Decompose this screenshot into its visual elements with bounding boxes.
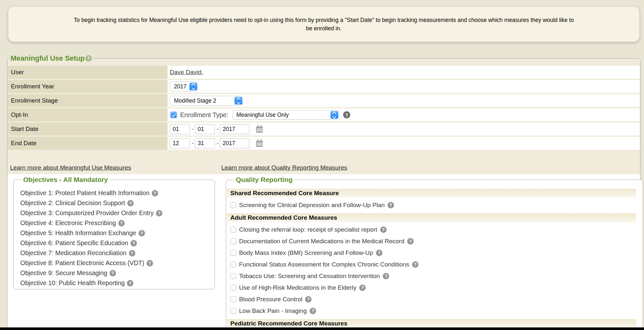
help-icon[interactable]: ? [147,260,153,266]
quality-measure-row: Functional Status Assessment for Complex… [230,260,636,269]
setup-legend-text: Meaningful Use Setup [11,54,85,63]
enrollment-stage-select[interactable]: Modified Stage 2 [170,96,243,105]
select-stepper-icon [235,97,242,105]
objective-item: Objective 7: Medication Reconciliation? [20,248,215,258]
quality-measure-row: Documentation of Current Medications in … [230,237,636,245]
date-separator: - [217,140,219,146]
opt-in-label: Opt-In [8,108,168,121]
objectives-legend: Objectives - All Mandatory [21,176,110,184]
measure-checkbox[interactable] [230,202,236,208]
quality-measure-row: Tobacco Use: Screening and Cessation Int… [230,272,636,280]
help-icon[interactable]: ? [310,308,316,314]
help-icon[interactable]: ? [127,200,134,206]
date-separator: - [192,126,194,132]
measure-checkbox[interactable] [230,296,236,302]
help-icon[interactable]: ? [129,250,135,256]
instruction-notice: To begin tracking statistics for Meaning… [8,6,639,42]
start-month-input[interactable] [170,124,190,134]
objective-item: Objective 5: Health Information Exchange… [20,228,215,238]
help-icon[interactable]: ? [118,220,125,226]
measure-checkbox[interactable] [230,308,236,314]
learn-more-qr-link[interactable]: Learn more about Quality Reporting Measu… [221,164,347,171]
opt-in-cell: Enrollment Type: Meaningful Use Only ? [168,108,640,121]
table-row-enrollment-stage: Enrollment Stage Modified Stage 2 [8,94,640,107]
calendar-icon[interactable] [255,139,264,148]
instruction-text: To begin tracking statistics for Meaning… [72,16,575,33]
opt-in-checkbox[interactable] [171,112,177,118]
end-date-cell: - - [168,137,640,150]
measure-checkbox[interactable] [230,250,236,256]
objective-item: Objective 1: Protect Patient Health Info… [20,188,215,198]
help-icon[interactable]: ? [388,202,394,208]
help-icon[interactable]: ? [139,230,145,236]
end-year-input[interactable] [220,138,249,148]
learn-more-mu-link[interactable]: Learn more about Meaningful Use Measures [10,164,131,171]
table-row-end-date: End Date - - [8,137,640,150]
enrollment-stage-label: Enrollment Stage [8,94,168,107]
enrollment-stage-cell: Modified Stage 2 [168,94,640,107]
user-label: User [8,66,168,79]
date-separator: - [217,126,219,132]
help-icon[interactable]: ? [130,240,137,246]
end-date-label: End Date [8,137,168,150]
calendar-icon[interactable] [255,125,264,134]
start-day-input[interactable] [195,124,215,134]
enrollment-type-label: Enrollment Type: [180,111,228,119]
help-icon[interactable]: ? [152,190,158,196]
start-date-label: Start Date [8,123,168,135]
meaningful-use-setup-fieldset: Meaningful Use Setup? User Dave David, E… [7,54,640,330]
objective-item: Objective 8: Patient Electronic Access (… [20,258,215,268]
start-year-input[interactable] [220,124,249,134]
help-icon[interactable]: ? [383,273,389,279]
enrollment-type-selected: Meaningful Use Only [233,112,298,118]
window-bottom-edge [0,327,644,330]
help-icon[interactable]: ? [359,285,366,291]
measure-checkbox[interactable] [230,238,236,244]
objective-item: Objective 2: Clinical Decision Support? [20,198,215,208]
quality-measure-row: Low Back Pain - Imaging? [230,307,636,315]
objective-item: Objective 6: Patient Specific Education? [20,238,215,248]
objective-item: Objective 9: Secure Messaging? [20,268,215,278]
start-date-cell: - - [168,123,640,135]
help-icon[interactable]: ? [110,270,116,276]
objective-item: Objective 3: Computerized Provider Order… [20,208,215,218]
measure-checkbox[interactable] [230,262,236,267]
table-row-enrollment-year: Enrollment Year 2017 [8,80,640,93]
quality-reporting-fieldset: Quality Reporting Shared Recommended Cor… [226,176,643,330]
measure-checkbox[interactable] [230,227,236,233]
setup-table: User Dave David, Enrollment Year 2017 En… [8,66,640,150]
enrollment-stage-selected: Modified Stage 2 [170,97,226,104]
learn-more-row: Learn more about Meaningful Use Measures… [7,164,640,173]
help-icon[interactable]: ? [305,296,312,303]
quality-measure-row: Body Mass Index (BMI) Screening and Foll… [230,249,636,257]
quality-group-heading: Pediatric Recommended Core Measures [227,319,636,328]
enrollment-year-label: Enrollment Year [8,80,168,93]
quality-group-heading: Shared Recommended Core Measure [227,189,636,198]
user-link[interactable]: Dave David, [170,69,203,76]
help-icon[interactable]: ? [407,238,414,245]
help-icon[interactable]: ? [85,55,92,62]
objectives-list: Objective 1: Protect Patient Health Info… [14,184,215,288]
measures-panel: Objectives - All Mandatory Objective 1: … [7,174,640,330]
end-month-input[interactable] [170,138,190,148]
help-icon[interactable]: ? [127,280,133,286]
user-value-cell: Dave David, [168,66,640,79]
help-icon[interactable]: ? [343,111,350,118]
help-icon[interactable]: ? [380,226,387,233]
measure-checkbox[interactable] [230,285,236,291]
help-icon[interactable]: ? [156,210,162,216]
help-icon[interactable]: ? [376,250,382,256]
quality-content: Shared Recommended Core Measure Screenin… [226,184,643,330]
help-icon[interactable]: ? [412,261,418,268]
select-stepper-icon [189,83,197,90]
quality-measure-row: Closing the referral loop: receipt of sp… [230,225,636,234]
quality-group-heading: Adult Recommended Core Measures [227,213,636,222]
enrollment-year-select[interactable]: 2017 [170,82,198,91]
table-row-start-date: Start Date - - [8,123,640,135]
measure-checkbox[interactable] [230,273,236,279]
enrollment-type-select[interactable]: Meaningful Use Only [232,110,339,120]
table-row-user: User Dave David, [8,66,640,79]
quality-measure-row: Blood Pressure Control? [230,295,636,304]
setup-legend: Meaningful Use Setup? [10,54,94,63]
end-day-input[interactable] [195,138,215,148]
